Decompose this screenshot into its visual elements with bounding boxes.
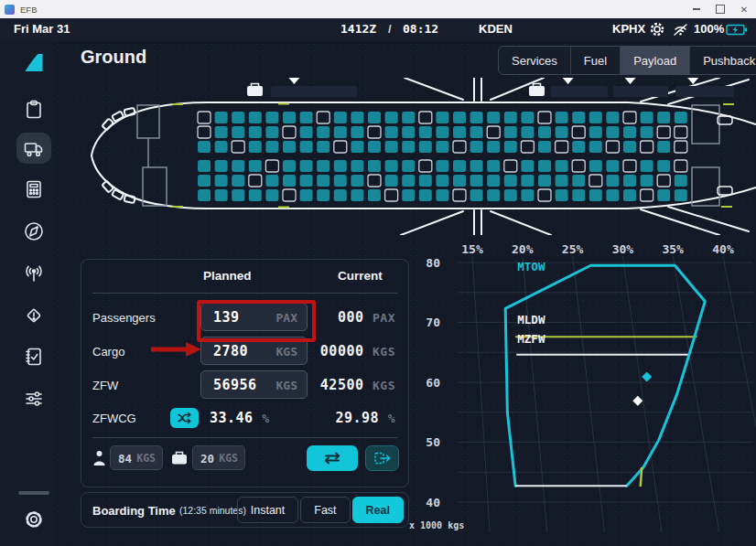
seat[interactable] xyxy=(385,126,398,138)
seat[interactable] xyxy=(606,141,619,153)
seat[interactable] xyxy=(538,112,551,123)
seat[interactable] xyxy=(556,141,568,153)
zfw-planned-input[interactable]: 56956 KGS xyxy=(200,370,308,399)
seat[interactable] xyxy=(589,189,602,201)
aft-bulk-slider[interactable] xyxy=(687,78,698,84)
seat[interactable] xyxy=(232,126,244,138)
seat[interactable] xyxy=(623,141,636,153)
seat[interactable] xyxy=(317,189,329,201)
seat[interactable] xyxy=(453,126,466,138)
seat[interactable] xyxy=(368,160,381,172)
seat[interactable] xyxy=(572,126,585,138)
seat[interactable] xyxy=(265,112,278,123)
seat[interactable] xyxy=(334,189,347,201)
seat[interactable] xyxy=(556,126,568,138)
seat[interactable] xyxy=(249,141,262,153)
seat[interactable] xyxy=(334,175,347,187)
seat[interactable] xyxy=(402,126,415,138)
seat[interactable] xyxy=(606,112,619,123)
seat[interactable] xyxy=(556,112,568,123)
seat[interactable] xyxy=(334,112,347,123)
seat[interactable] xyxy=(521,141,534,153)
seat[interactable] xyxy=(317,141,329,153)
seat[interactable] xyxy=(351,160,363,172)
seat[interactable] xyxy=(265,175,278,187)
seat[interactable] xyxy=(589,112,602,123)
seat[interactable] xyxy=(419,112,432,123)
seat[interactable] xyxy=(657,126,670,138)
seat[interactable] xyxy=(419,160,432,172)
seat[interactable] xyxy=(504,175,517,187)
seat[interactable] xyxy=(198,126,211,138)
seat[interactable] xyxy=(487,175,500,187)
seat[interactable] xyxy=(198,175,211,187)
seat[interactable] xyxy=(300,189,313,201)
seat[interactable] xyxy=(215,112,228,123)
seat[interactable] xyxy=(453,112,466,123)
fwd-cargo-slider[interactable] xyxy=(288,78,299,84)
seat[interactable] xyxy=(334,141,347,153)
boarding-mode-real[interactable]: Real xyxy=(352,497,404,523)
seat[interactable] xyxy=(232,189,244,201)
seat[interactable] xyxy=(351,126,363,138)
seat[interactable] xyxy=(351,189,363,201)
tab-pushback[interactable]: Pushback xyxy=(689,47,756,74)
seat[interactable] xyxy=(215,189,228,201)
seat[interactable] xyxy=(436,160,448,172)
sidebar-item-performance[interactable] xyxy=(16,174,51,205)
aft-bulk-bar[interactable] xyxy=(675,86,734,97)
seat[interactable] xyxy=(641,160,653,172)
seat[interactable] xyxy=(521,112,534,123)
seat[interactable] xyxy=(436,189,448,201)
seat[interactable] xyxy=(657,141,670,153)
seat[interactable] xyxy=(317,175,329,187)
seat[interactable] xyxy=(538,141,551,153)
seat[interactable] xyxy=(232,160,244,172)
seat[interactable] xyxy=(538,189,551,201)
seat[interactable] xyxy=(657,189,670,201)
seat[interactable] xyxy=(419,126,432,138)
seat[interactable] xyxy=(317,112,329,123)
seat[interactable] xyxy=(675,141,687,153)
seat[interactable] xyxy=(436,112,448,123)
seat[interactable] xyxy=(504,112,517,123)
seat[interactable] xyxy=(487,141,500,153)
seat[interactable] xyxy=(606,189,619,201)
seat[interactable] xyxy=(317,126,329,138)
seat[interactable] xyxy=(470,175,483,187)
seat[interactable] xyxy=(623,175,636,187)
seat[interactable] xyxy=(368,141,381,153)
seat[interactable] xyxy=(675,112,687,123)
seat[interactable] xyxy=(419,141,432,153)
seat[interactable] xyxy=(385,175,398,187)
tab-fuel[interactable]: Fuel xyxy=(570,47,620,74)
seat[interactable] xyxy=(470,112,483,123)
seat[interactable] xyxy=(436,175,448,187)
seat[interactable] xyxy=(521,160,534,172)
sidebar-item-dashboard[interactable] xyxy=(16,94,51,125)
seat[interactable] xyxy=(606,126,619,138)
seat[interactable] xyxy=(300,112,313,123)
seat[interactable] xyxy=(283,112,296,123)
boarding-mode-instant[interactable]: Instant xyxy=(237,497,299,523)
seat[interactable] xyxy=(419,189,432,201)
seat[interactable] xyxy=(198,160,211,172)
seat[interactable] xyxy=(572,112,585,123)
seat[interactable] xyxy=(606,160,619,172)
seat[interactable] xyxy=(623,160,636,172)
seat[interactable] xyxy=(334,126,347,138)
seat[interactable] xyxy=(487,189,500,201)
seat[interactable] xyxy=(232,175,244,187)
passengers-planned-input[interactable]: 139 PAX xyxy=(200,303,308,331)
seat[interactable] xyxy=(487,126,500,138)
tab-services[interactable]: Services xyxy=(499,47,570,74)
seat[interactable] xyxy=(504,189,517,201)
seat[interactable] xyxy=(641,175,653,187)
seat[interactable] xyxy=(589,141,602,153)
seat[interactable] xyxy=(402,112,415,123)
close-button[interactable]: ✕ xyxy=(732,0,756,18)
seat[interactable] xyxy=(436,126,448,138)
seat[interactable] xyxy=(232,112,244,123)
minimize-button[interactable] xyxy=(685,0,708,18)
sidebar-item-atc[interactable] xyxy=(16,258,51,289)
